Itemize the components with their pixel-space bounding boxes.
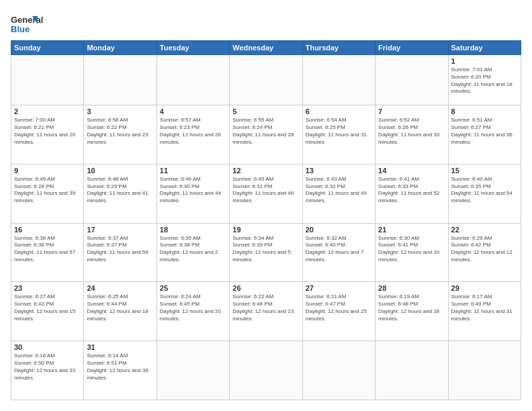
- day-number: 29: [451, 284, 518, 292]
- calendar-cell: 26Sunrise: 6:22 AM Sunset: 6:46 PM Dayli…: [230, 282, 302, 341]
- weekday-thursday: Thursday: [302, 41, 375, 55]
- day-number: 8: [451, 107, 518, 116]
- calendar-cell: 22Sunrise: 6:29 AM Sunset: 6:42 PM Dayli…: [448, 223, 521, 282]
- day-info: Sunrise: 6:17 AM Sunset: 6:49 PM Dayligh…: [451, 293, 518, 322]
- calendar-cell: 31Sunrise: 6:14 AM Sunset: 6:51 PM Dayli…: [84, 341, 157, 400]
- day-info: Sunrise: 6:30 AM Sunset: 6:41 PM Dayligh…: [378, 235, 445, 264]
- calendar-cell: [84, 55, 157, 105]
- week-row-1: 1Sunrise: 7:01 AM Sunset: 6:20 PM Daylig…: [11, 55, 521, 105]
- day-number: 31: [87, 343, 153, 351]
- calendar-cell: [11, 55, 84, 105]
- calendar-cell: 13Sunrise: 6:43 AM Sunset: 6:32 PM Dayli…: [302, 164, 375, 223]
- day-number: 21: [378, 226, 445, 234]
- calendar-cell: [448, 341, 521, 400]
- calendar-cell: 4Sunrise: 6:57 AM Sunset: 6:23 PM Daylig…: [157, 105, 229, 165]
- day-number: 7: [378, 107, 445, 116]
- calendar-cell: [230, 341, 302, 400]
- day-info: Sunrise: 6:41 AM Sunset: 6:33 PM Dayligh…: [378, 176, 445, 205]
- day-info: Sunrise: 6:14 AM Sunset: 6:51 PM Dayligh…: [87, 353, 153, 381]
- day-number: 22: [451, 226, 518, 234]
- day-info: Sunrise: 6:37 AM Sunset: 6:37 PM Dayligh…: [87, 235, 153, 264]
- day-info: Sunrise: 6:40 AM Sunset: 6:35 PM Dayligh…: [451, 176, 518, 205]
- day-info: Sunrise: 6:58 AM Sunset: 6:22 PM Dayligh…: [87, 117, 153, 146]
- day-number: 3: [87, 107, 153, 116]
- day-number: 17: [87, 226, 153, 234]
- day-number: 20: [306, 226, 372, 234]
- calendar-cell: 12Sunrise: 6:45 AM Sunset: 6:31 PM Dayli…: [230, 164, 302, 223]
- calendar-cell: 11Sunrise: 6:46 AM Sunset: 6:30 PM Dayli…: [157, 164, 229, 223]
- day-number: 1: [451, 57, 518, 65]
- day-info: Sunrise: 6:35 AM Sunset: 6:38 PM Dayligh…: [160, 235, 226, 264]
- day-number: 16: [14, 226, 81, 234]
- day-info: Sunrise: 6:55 AM Sunset: 6:24 PM Dayligh…: [232, 117, 299, 146]
- day-number: 30: [14, 343, 81, 351]
- weekday-sunday: Sunday: [11, 41, 84, 55]
- day-number: 9: [14, 167, 81, 175]
- day-info: Sunrise: 6:38 AM Sunset: 6:36 PM Dayligh…: [14, 235, 81, 264]
- day-info: Sunrise: 6:57 AM Sunset: 6:23 PM Dayligh…: [160, 117, 226, 146]
- day-info: Sunrise: 6:16 AM Sunset: 6:50 PM Dayligh…: [14, 353, 81, 381]
- header: General Blue: [11, 11, 521, 35]
- day-number: 10: [87, 167, 153, 175]
- calendar-cell: 25Sunrise: 6:24 AM Sunset: 6:45 PM Dayli…: [157, 282, 229, 341]
- calendar-cell: 28Sunrise: 6:19 AM Sunset: 6:48 PM Dayli…: [375, 282, 448, 341]
- day-number: 4: [160, 107, 226, 116]
- weekday-wednesday: Wednesday: [230, 41, 302, 55]
- day-info: Sunrise: 7:00 AM Sunset: 6:21 PM Dayligh…: [14, 117, 81, 146]
- calendar-cell: 30Sunrise: 6:16 AM Sunset: 6:50 PM Dayli…: [11, 341, 84, 400]
- day-info: Sunrise: 6:32 AM Sunset: 6:40 PM Dayligh…: [306, 235, 372, 264]
- calendar-cell: 29Sunrise: 6:17 AM Sunset: 6:49 PM Dayli…: [448, 282, 521, 341]
- day-info: Sunrise: 6:48 AM Sunset: 6:29 PM Dayligh…: [87, 176, 153, 205]
- day-info: Sunrise: 6:45 AM Sunset: 6:31 PM Dayligh…: [232, 176, 299, 205]
- calendar-cell: 23Sunrise: 6:27 AM Sunset: 6:43 PM Dayli…: [11, 282, 84, 341]
- day-number: 15: [451, 167, 518, 175]
- week-row-3: 9Sunrise: 6:49 AM Sunset: 6:28 PM Daylig…: [11, 164, 521, 223]
- calendar-cell: 5Sunrise: 6:55 AM Sunset: 6:24 PM Daylig…: [230, 105, 302, 165]
- day-info: Sunrise: 6:19 AM Sunset: 6:48 PM Dayligh…: [378, 293, 445, 322]
- day-info: Sunrise: 6:34 AM Sunset: 6:39 PM Dayligh…: [232, 235, 299, 264]
- calendar-cell: 20Sunrise: 6:32 AM Sunset: 6:40 PM Dayli…: [302, 223, 375, 282]
- week-row-2: 2Sunrise: 7:00 AM Sunset: 6:21 PM Daylig…: [11, 105, 521, 165]
- calendar-table: SundayMondayTuesdayWednesdayThursdayFrid…: [11, 40, 521, 400]
- calendar-cell: 10Sunrise: 6:48 AM Sunset: 6:29 PM Dayli…: [84, 164, 157, 223]
- calendar-cell: 18Sunrise: 6:35 AM Sunset: 6:38 PM Dayli…: [157, 223, 229, 282]
- calendar-cell: 27Sunrise: 6:21 AM Sunset: 6:47 PM Dayli…: [302, 282, 375, 341]
- calendar-cell: 17Sunrise: 6:37 AM Sunset: 6:37 PM Dayli…: [84, 223, 157, 282]
- calendar-cell: 21Sunrise: 6:30 AM Sunset: 6:41 PM Dayli…: [375, 223, 448, 282]
- week-row-4: 16Sunrise: 6:38 AM Sunset: 6:36 PM Dayli…: [11, 223, 521, 282]
- calendar-cell: [375, 55, 448, 105]
- day-number: 13: [306, 167, 372, 175]
- day-info: Sunrise: 7:01 AM Sunset: 6:20 PM Dayligh…: [451, 66, 518, 95]
- day-number: 26: [232, 284, 299, 292]
- calendar-cell: 24Sunrise: 6:25 AM Sunset: 6:44 PM Dayli…: [84, 282, 157, 341]
- weekday-header-row: SundayMondayTuesdayWednesdayThursdayFrid…: [11, 41, 521, 55]
- day-info: Sunrise: 6:49 AM Sunset: 6:28 PM Dayligh…: [14, 176, 81, 205]
- calendar-cell: [157, 55, 229, 105]
- calendar-cell: [302, 55, 375, 105]
- day-info: Sunrise: 6:25 AM Sunset: 6:44 PM Dayligh…: [87, 293, 153, 322]
- svg-text:General: General: [11, 15, 43, 25]
- calendar-cell: [375, 341, 448, 400]
- day-info: Sunrise: 6:24 AM Sunset: 6:45 PM Dayligh…: [160, 293, 226, 322]
- day-info: Sunrise: 6:43 AM Sunset: 6:32 PM Dayligh…: [306, 176, 372, 205]
- day-info: Sunrise: 6:21 AM Sunset: 6:47 PM Dayligh…: [306, 293, 372, 322]
- weekday-friday: Friday: [375, 41, 448, 55]
- calendar-cell: 8Sunrise: 6:51 AM Sunset: 6:27 PM Daylig…: [448, 105, 521, 165]
- calendar-cell: 3Sunrise: 6:58 AM Sunset: 6:22 PM Daylig…: [84, 105, 157, 165]
- calendar-cell: 16Sunrise: 6:38 AM Sunset: 6:36 PM Dayli…: [11, 223, 84, 282]
- day-number: 28: [378, 284, 445, 292]
- calendar-cell: 14Sunrise: 6:41 AM Sunset: 6:33 PM Dayli…: [375, 164, 448, 223]
- day-number: 11: [160, 167, 226, 175]
- week-row-5: 23Sunrise: 6:27 AM Sunset: 6:43 PM Dayli…: [11, 282, 521, 341]
- day-info: Sunrise: 6:22 AM Sunset: 6:46 PM Dayligh…: [232, 293, 299, 322]
- calendar-cell: [157, 341, 229, 400]
- day-info: Sunrise: 6:46 AM Sunset: 6:30 PM Dayligh…: [160, 176, 226, 205]
- day-number: 12: [232, 167, 299, 175]
- calendar-cell: 19Sunrise: 6:34 AM Sunset: 6:39 PM Dayli…: [230, 223, 302, 282]
- calendar-cell: 1Sunrise: 7:01 AM Sunset: 6:20 PM Daylig…: [448, 55, 521, 105]
- week-row-6: 30Sunrise: 6:16 AM Sunset: 6:50 PM Dayli…: [11, 341, 521, 400]
- calendar-cell: 9Sunrise: 6:49 AM Sunset: 6:28 PM Daylig…: [11, 164, 84, 223]
- day-number: 6: [306, 107, 372, 116]
- weekday-monday: Monday: [84, 41, 157, 55]
- day-info: Sunrise: 6:51 AM Sunset: 6:27 PM Dayligh…: [451, 117, 518, 146]
